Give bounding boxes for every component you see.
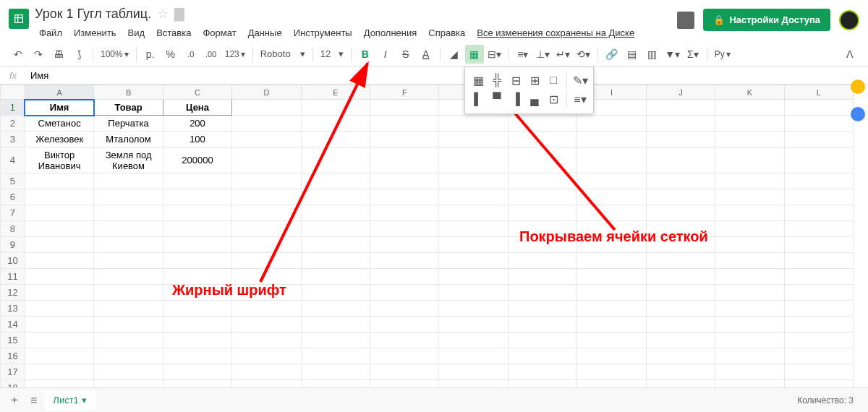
paint-format-icon[interactable]: ⟆ xyxy=(69,45,88,64)
border-inner-icon[interactable]: ╬ xyxy=(488,72,506,89)
col-header[interactable]: C xyxy=(163,85,231,100)
col-header[interactable]: K xyxy=(715,85,784,100)
fx-label: fx xyxy=(0,70,26,81)
collapse-toolbar-icon[interactable]: ᐱ xyxy=(841,45,859,64)
cell-B3[interactable]: Мталолом xyxy=(94,132,163,147)
functions-icon[interactable]: Σ▾ xyxy=(684,45,702,64)
zoom-select[interactable]: 100% ▾ xyxy=(98,49,132,59)
add-sheet-button[interactable]: ＋ xyxy=(6,390,23,411)
border-color-icon[interactable]: ✎▾ xyxy=(571,72,589,89)
menu-view[interactable]: Вид xyxy=(124,25,150,41)
col-header[interactable]: B xyxy=(94,85,163,100)
save-status[interactable]: Все изменения сохранены на Диске xyxy=(472,25,639,41)
border-outer-icon[interactable]: □ xyxy=(545,72,562,89)
menu-tools[interactable]: Инструменты xyxy=(289,25,357,41)
bold-button[interactable]: B xyxy=(356,45,375,64)
cell-A4[interactable]: Виктор Иванович xyxy=(25,147,93,173)
cell-C2[interactable]: 200 xyxy=(163,116,231,132)
border-vertical-icon[interactable]: ⊞ xyxy=(526,72,543,89)
borders-button[interactable]: ▦ xyxy=(465,45,484,64)
fill-color-button[interactable]: ◢ xyxy=(445,45,464,64)
cell-C3[interactable]: 100 xyxy=(163,132,231,147)
doc-title[interactable]: Урок 1 Гугл таблиц. xyxy=(35,7,151,22)
h-align-button[interactable]: ≡▾ xyxy=(514,45,532,64)
number-format[interactable]: 123▾ xyxy=(222,49,248,59)
cell-A1[interactable]: Имя xyxy=(25,100,93,116)
cell-C1[interactable]: Цена xyxy=(163,100,231,116)
font-select[interactable]: Roboto ▾ xyxy=(258,48,308,59)
sheets-logo[interactable] xyxy=(9,9,29,29)
col-header[interactable]: F xyxy=(370,85,439,100)
border-all-icon[interactable]: ▦ xyxy=(469,72,487,89)
border-left-icon[interactable]: ▌ xyxy=(469,90,487,108)
col-header[interactable]: D xyxy=(232,85,301,100)
cell-C4[interactable]: 200000 xyxy=(163,147,231,173)
side-keep-icon[interactable] xyxy=(851,80,865,94)
comments-icon[interactable] xyxy=(677,12,694,29)
cell-B2[interactable]: Перчатка xyxy=(94,116,163,132)
cell-B4[interactable]: Земля под Киевом xyxy=(94,147,163,173)
text-color-button[interactable]: A xyxy=(417,45,435,64)
sheet-tab[interactable]: Лист1 ▾ xyxy=(44,390,95,410)
menu-format[interactable]: Формат xyxy=(198,25,240,41)
v-align-button[interactable]: ⊥▾ xyxy=(534,45,553,64)
side-tasks-icon[interactable] xyxy=(851,107,865,121)
wrap-button[interactable]: ↵▾ xyxy=(554,45,573,64)
link-icon[interactable]: 🔗 xyxy=(603,45,621,64)
spreadsheet-grid[interactable]: A B C D E F G H I J K L 1ИмяТоварЦена 2С… xyxy=(0,85,854,403)
select-all-corner[interactable] xyxy=(1,85,25,100)
border-top-icon[interactable]: ▀ xyxy=(488,90,506,108)
menu-file[interactable]: Файл xyxy=(35,25,67,41)
input-language[interactable]: Ру ▾ xyxy=(712,49,733,59)
cell-A2[interactable]: Сметанос xyxy=(25,116,93,132)
cell-B1[interactable]: Товар xyxy=(94,100,163,116)
undo-icon[interactable]: ↶ xyxy=(9,45,27,64)
border-right-icon[interactable]: ▐ xyxy=(507,90,524,108)
decrease-decimal[interactable]: .0 xyxy=(182,45,200,64)
folder-icon[interactable]: ▇ xyxy=(174,6,184,22)
comment-icon[interactable]: ▤ xyxy=(623,45,642,64)
menu-data[interactable]: Данные xyxy=(244,25,286,41)
chart-icon[interactable]: ▥ xyxy=(643,45,662,64)
italic-button[interactable]: I xyxy=(376,45,395,64)
cell-A3[interactable]: Железовек xyxy=(25,132,93,147)
format-currency[interactable]: р. xyxy=(141,45,160,64)
formula-input[interactable] xyxy=(26,69,868,82)
menu-addons[interactable]: Дополнения xyxy=(359,25,422,41)
menu-help[interactable]: Справка xyxy=(424,25,469,41)
toolbar: ↶ ↷ 🖶 ⟆ 100% ▾ р. % .0 .00 123▾ Roboto ▾… xyxy=(0,41,868,67)
menu-edit[interactable]: Изменить xyxy=(69,25,121,41)
col-header[interactable]: E xyxy=(301,85,370,100)
col-header[interactable]: J xyxy=(646,85,715,100)
share-button[interactable]: 🔒 Настройки Доступа xyxy=(703,9,830,31)
col-header[interactable]: A xyxy=(25,85,93,100)
merge-button[interactable]: ⊟▾ xyxy=(485,45,504,64)
border-style-icon[interactable]: ≡▾ xyxy=(571,90,589,108)
border-bottom-icon[interactable]: ▄ xyxy=(526,90,543,108)
status-count[interactable]: Количество: 3 xyxy=(797,395,862,405)
rotate-button[interactable]: ⟲▾ xyxy=(574,45,593,64)
filter-icon[interactable]: ▼▾ xyxy=(663,45,682,64)
font-size-select[interactable]: 12 ▾ xyxy=(318,48,346,59)
print-icon[interactable]: 🖶 xyxy=(49,45,68,64)
avatar[interactable] xyxy=(839,10,859,30)
format-percent[interactable]: % xyxy=(161,45,180,64)
star-icon[interactable]: ☆ xyxy=(157,6,169,22)
border-horizontal-icon[interactable]: ⊟ xyxy=(507,72,524,89)
share-label: Настройки Доступа xyxy=(729,14,820,25)
menu-insert[interactable]: Вставка xyxy=(152,25,195,41)
border-none-icon[interactable]: ⊡ xyxy=(545,90,562,108)
strike-button[interactable]: S xyxy=(396,45,415,64)
lock-icon: 🔒 xyxy=(713,14,725,25)
all-sheets-button[interactable]: ≡ xyxy=(27,391,40,410)
redo-icon[interactable]: ↷ xyxy=(29,45,48,64)
increase-decimal[interactable]: .00 xyxy=(202,45,221,64)
col-header[interactable]: L xyxy=(784,85,853,100)
borders-popup: ▦ ╬ ⊟ ⊞ □ ✎▾ ▌ ▀ ▐ ▄ ⊡ ≡▾ xyxy=(464,66,594,114)
